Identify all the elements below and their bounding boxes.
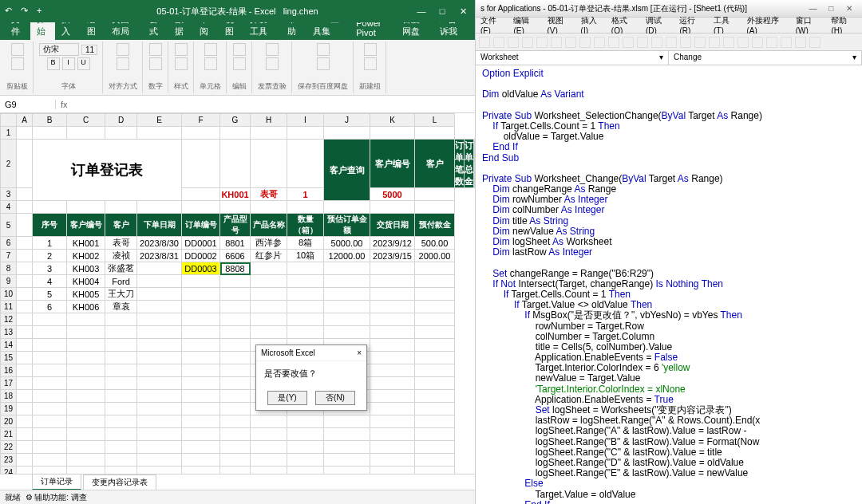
- data-cell[interactable]: [370, 288, 415, 301]
- cell[interactable]: [17, 140, 33, 188]
- ribbon-button[interactable]: [317, 57, 330, 70]
- cell[interactable]: [220, 339, 251, 352]
- data-cell[interactable]: [287, 288, 324, 301]
- row-header[interactable]: 1: [1, 127, 17, 140]
- cell[interactable]: [370, 352, 415, 364]
- vba-menu-item[interactable]: 文件(F): [480, 15, 505, 35]
- vba-toolbar-button[interactable]: [479, 37, 490, 48]
- ribbon-button[interactable]: [317, 43, 330, 56]
- undo-icon[interactable]: ↶: [5, 6, 16, 17]
- vba-menu-item[interactable]: 视图(V): [548, 15, 573, 35]
- cell[interactable]: [220, 377, 251, 390]
- data-cell[interactable]: 表哥: [105, 237, 137, 250]
- cell[interactable]: [33, 326, 67, 339]
- vba-menu-item[interactable]: 格式(O): [611, 15, 638, 35]
- cell[interactable]: [105, 339, 137, 352]
- cell[interactable]: [370, 339, 415, 352]
- cell[interactable]: [370, 313, 415, 326]
- cell[interactable]: [415, 188, 455, 201]
- vba-toolbar-button[interactable]: [651, 37, 662, 48]
- lookup-header[interactable]: 订单总金: [465, 140, 474, 188]
- ribbon-button[interactable]: [266, 43, 279, 56]
- cell[interactable]: [324, 441, 370, 454]
- row-header[interactable]: 14: [1, 339, 17, 352]
- vba-toolbar-button[interactable]: [809, 37, 820, 48]
- cell[interactable]: [105, 326, 137, 339]
- cell[interactable]: [17, 339, 33, 352]
- lookup-header[interactable]: 客户: [415, 140, 455, 188]
- close-button[interactable]: ✕: [456, 6, 470, 17]
- vba-toolbar-button[interactable]: [579, 37, 591, 48]
- row-header[interactable]: 12: [1, 313, 17, 326]
- row-header[interactable]: 8: [1, 262, 17, 275]
- cell[interactable]: [137, 339, 182, 352]
- cell[interactable]: [370, 454, 415, 467]
- table-header[interactable]: 产品型号: [220, 214, 251, 237]
- column-header[interactable]: J: [324, 114, 370, 127]
- procedure-combo[interactable]: Change▾: [669, 51, 862, 65]
- data-cell[interactable]: [415, 301, 455, 313]
- cell[interactable]: [17, 237, 33, 250]
- data-cell[interactable]: 8箱: [287, 237, 324, 250]
- cell[interactable]: [182, 188, 220, 201]
- cell[interactable]: [415, 326, 455, 339]
- cell[interactable]: [415, 390, 455, 403]
- cell[interactable]: [251, 201, 287, 214]
- cell[interactable]: [251, 415, 287, 428]
- data-cell[interactable]: 8808: [220, 262, 251, 275]
- column-header[interactable]: A: [17, 114, 33, 127]
- cell[interactable]: [33, 201, 67, 214]
- lookup-header[interactable]: 订单笔数: [455, 140, 465, 188]
- vba-toolbar-button[interactable]: [666, 37, 677, 48]
- cell[interactable]: [182, 390, 220, 403]
- cell[interactable]: [220, 364, 251, 377]
- data-cell[interactable]: [220, 301, 251, 313]
- row-header[interactable]: 9: [1, 275, 17, 288]
- msgbox-no-button[interactable]: 否(N): [315, 391, 355, 405]
- cell[interactable]: [324, 313, 370, 326]
- vba-toolbar-button[interactable]: [522, 37, 533, 48]
- cell[interactable]: [287, 140, 324, 188]
- data-cell[interactable]: 凌祯: [105, 250, 137, 262]
- cell[interactable]: [67, 339, 105, 352]
- vba-toolbar-button[interactable]: [766, 37, 777, 48]
- data-cell[interactable]: [415, 275, 455, 288]
- data-cell[interactable]: [182, 288, 220, 301]
- column-header[interactable]: L: [415, 114, 455, 127]
- cell[interactable]: [17, 201, 33, 214]
- cell[interactable]: [182, 201, 220, 214]
- row-header[interactable]: 11: [1, 301, 17, 313]
- cell[interactable]: [17, 428, 33, 441]
- table-header[interactable]: 数量（箱）: [287, 214, 324, 237]
- cell[interactable]: [17, 403, 33, 415]
- row-header[interactable]: 13: [1, 326, 17, 339]
- cell[interactable]: [17, 188, 33, 201]
- cell[interactable]: [105, 403, 137, 415]
- row-header[interactable]: 2: [1, 140, 17, 188]
- cell[interactable]: [251, 467, 287, 474]
- cell[interactable]: [324, 467, 370, 474]
- cell[interactable]: [415, 441, 455, 454]
- cell[interactable]: [105, 441, 137, 454]
- cell[interactable]: [415, 364, 455, 377]
- table-header[interactable]: 客户编号: [67, 214, 105, 237]
- column-header[interactable]: B: [33, 114, 67, 127]
- vba-menu-item[interactable]: 外接程序(A): [747, 15, 788, 35]
- cell[interactable]: [287, 415, 324, 428]
- cell[interactable]: [415, 201, 455, 214]
- ribbon-button[interactable]: [266, 57, 279, 70]
- data-cell[interactable]: 3: [33, 262, 67, 275]
- cell[interactable]: [220, 140, 251, 188]
- cell[interactable]: [17, 275, 33, 288]
- data-cell[interactable]: 2023/9/15: [370, 250, 415, 262]
- cell[interactable]: [415, 339, 455, 352]
- data-cell[interactable]: DD0001: [182, 237, 220, 250]
- name-box[interactable]: G9: [0, 100, 56, 109]
- data-cell[interactable]: 6: [33, 301, 67, 313]
- table-header[interactable]: 交货日期: [370, 214, 415, 237]
- lookup-value[interactable]: 1: [287, 188, 324, 201]
- cell[interactable]: [33, 127, 67, 140]
- cell[interactable]: [67, 415, 105, 428]
- row-header[interactable]: 18: [1, 390, 17, 403]
- data-cell[interactable]: 5000.00: [324, 237, 370, 250]
